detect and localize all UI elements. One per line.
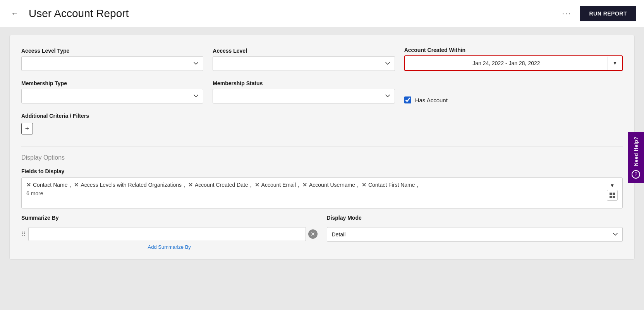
grid-icon	[610, 193, 615, 198]
field-tag-account-username: ✕ Account Username,	[302, 182, 360, 188]
add-criteria-button[interactable]: +	[21, 123, 33, 134]
account-created-within-input[interactable]	[405, 56, 608, 70]
summarize-by-input[interactable]	[28, 227, 306, 241]
page-title: User Account Report	[29, 7, 559, 20]
field-tag-contact-name: ✕ Contact Name,	[26, 182, 72, 188]
display-options-section: Display Options Fields to Display ✕ Cont…	[21, 154, 623, 250]
field-name-contact-first-name: Contact First Name	[368, 182, 415, 188]
fields-display-container: ✕ Contact Name, ✕ Access Levels with Rel…	[21, 177, 623, 208]
account-created-within-wrapper: ▼	[404, 55, 623, 71]
summarize-by-group: Summarize By ⠿ ✕ Add Summarize By	[21, 215, 318, 250]
field-tag-contact-first-name: ✕ Contact First Name,	[362, 182, 420, 188]
access-level-type-label: Access Level Type	[21, 48, 203, 54]
membership-type-group: Membership Type	[21, 80, 203, 103]
field-name-account-created-date: Account Created Date	[195, 182, 248, 188]
field-name-access-levels: Access Levels with Related Organizations	[81, 182, 182, 188]
access-level-group: Access Level	[213, 48, 395, 71]
need-help-text: Need Help?	[633, 136, 639, 166]
remove-contact-name-button[interactable]: ✕	[26, 182, 31, 188]
access-level-select[interactable]	[213, 56, 395, 71]
field-tag-account-created-date: ✕ Account Created Date,	[188, 182, 253, 188]
access-level-label: Access Level	[213, 48, 395, 54]
display-mode-select[interactable]: Detail Summary	[327, 227, 623, 242]
remove-account-email-button[interactable]: ✕	[255, 182, 259, 188]
membership-status-group: Membership Status	[213, 80, 395, 103]
fields-to-display-label: Fields to Display	[21, 168, 623, 174]
access-level-type-select[interactable]	[21, 56, 203, 71]
has-account-group: Has Account	[404, 83, 623, 103]
header: ← User Account Report ··· RUN REPORT	[0, 0, 644, 27]
date-range-dropdown-button[interactable]: ▼	[608, 57, 622, 70]
bottom-row: Summarize By ⠿ ✕ Add Summarize By Displa…	[21, 215, 623, 250]
membership-type-select[interactable]	[21, 89, 203, 103]
summarize-input-row: ⠿ ✕	[21, 227, 318, 241]
need-help-wrapper: Need Help? ?	[628, 132, 644, 183]
account-created-within-label: Account Created Within	[404, 47, 623, 53]
field-tag-account-email: ✕ Account Email,	[255, 182, 301, 188]
membership-status-select[interactable]	[213, 89, 395, 103]
back-button[interactable]: ←	[8, 7, 22, 19]
add-summarize-link[interactable]: Add Summarize By	[21, 244, 318, 250]
display-mode-label: Display Mode	[327, 215, 623, 221]
remove-account-created-date-button[interactable]: ✕	[188, 182, 193, 188]
access-level-type-group: Access Level Type	[21, 48, 203, 71]
fields-display-inner: ✕ Contact Name, ✕ Access Levels with Rel…	[26, 182, 604, 196]
fields-grid-button[interactable]	[607, 190, 618, 201]
display-mode-group: Display Mode Detail Summary	[327, 215, 623, 242]
filter-row-1: Access Level Type Access Level Account C…	[21, 47, 623, 71]
remove-account-username-button[interactable]: ✕	[302, 182, 307, 188]
help-icon: ?	[632, 170, 640, 179]
field-tag-access-levels: ✕ Access Levels with Related Organizatio…	[74, 182, 187, 188]
display-options-label: Display Options	[21, 154, 623, 161]
fields-right-controls: ▼	[607, 182, 618, 201]
fields-dropdown-button[interactable]: ▼	[608, 182, 617, 189]
drag-handle-icon: ⠿	[21, 231, 26, 238]
membership-type-label: Membership Type	[21, 80, 203, 86]
field-name-account-username: Account Username	[309, 182, 355, 188]
has-account-row: Has Account	[404, 96, 623, 103]
has-account-checkbox[interactable]	[404, 96, 411, 103]
main-content: Access Level Type Access Level Account C…	[0, 27, 644, 310]
more-options-button[interactable]: ···	[559, 7, 574, 20]
summarize-by-label: Summarize By	[21, 215, 318, 221]
header-actions: ··· RUN REPORT	[559, 6, 636, 21]
field-name-account-email: Account Email	[261, 182, 296, 188]
form-card: Access Level Type Access Level Account C…	[9, 35, 635, 260]
membership-status-label: Membership Status	[213, 80, 395, 86]
more-fields-indicator: 6 more	[26, 190, 604, 196]
summarize-clear-button[interactable]: ✕	[308, 229, 318, 239]
additional-criteria-label: Additional Criteria / Filters	[21, 113, 623, 119]
filter-row-2: Membership Type Membership Status Has Ac…	[21, 80, 623, 103]
need-help-tab[interactable]: Need Help? ?	[628, 132, 644, 183]
section-divider	[21, 146, 623, 146]
account-created-within-group: Account Created Within ▼	[404, 47, 623, 71]
has-account-label: Has Account	[415, 97, 448, 103]
field-name-contact-name: Contact Name	[33, 182, 67, 188]
additional-criteria-section: Additional Criteria / Filters +	[21, 113, 623, 134]
remove-access-levels-button[interactable]: ✕	[74, 182, 79, 188]
remove-contact-first-name-button[interactable]: ✕	[362, 182, 366, 188]
run-report-button[interactable]: RUN REPORT	[580, 6, 636, 21]
